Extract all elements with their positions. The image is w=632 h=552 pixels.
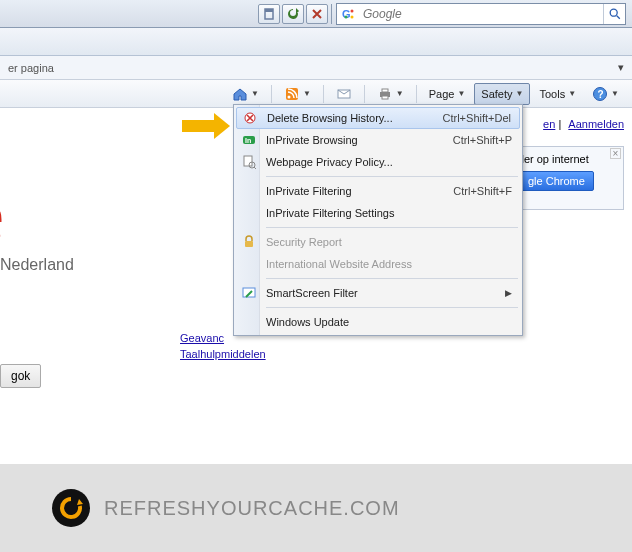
readmail-button[interactable]: [329, 83, 359, 105]
chevron-down-icon: ▼: [611, 89, 619, 98]
chrome-promo: × ller op internet gle Chrome: [512, 146, 624, 210]
svg-point-7: [610, 9, 617, 16]
favorites-bar: er pagina ▾: [0, 56, 632, 80]
compat-view-button[interactable]: [258, 4, 280, 24]
refresh-logo-icon: [52, 489, 90, 527]
svg-point-5: [351, 15, 354, 18]
search-box[interactable]: G: [336, 3, 626, 25]
watermark-footer: REFRESHYOURCACHE.COM: [0, 464, 632, 552]
address-toolbar: G: [0, 0, 632, 28]
safety-label: Safety: [481, 88, 512, 100]
search-go-button[interactable]: [603, 4, 625, 24]
promo-text: ller op internet: [519, 153, 617, 165]
submenu-arrow-icon: ▶: [505, 288, 512, 298]
chrome-download-button[interactable]: gle Chrome: [519, 171, 594, 191]
svg-rect-13: [382, 96, 388, 99]
google-logo: e: [0, 174, 4, 257]
chevron-down-icon: ▼: [568, 89, 576, 98]
home-button[interactable]: ▼: [225, 83, 266, 105]
help-button[interactable]: ? ▼: [585, 83, 626, 105]
svg-rect-21: [245, 241, 253, 247]
svg-point-6: [345, 15, 348, 18]
feeds-button[interactable]: ▼: [277, 83, 318, 105]
chevron-down-icon: ▼: [396, 89, 404, 98]
print-button[interactable]: ▼: [370, 83, 411, 105]
page-menu-button[interactable]: Page ▼: [422, 83, 473, 105]
delete-history-icon: [239, 108, 261, 128]
svg-point-4: [351, 9, 354, 12]
privacy-policy-icon: [238, 152, 260, 172]
svg-text:In: In: [245, 137, 251, 144]
page-label: Page: [429, 88, 455, 100]
close-icon[interactable]: ×: [610, 148, 621, 159]
svg-rect-1: [265, 9, 273, 12]
menu-privacy-policy[interactable]: Webpage Privacy Policy...: [236, 151, 520, 173]
inprivate-icon: In: [238, 130, 260, 150]
tools-label: Tools: [539, 88, 565, 100]
safety-dropdown-menu: Delete Browsing History... Ctrl+Shift+De…: [233, 104, 523, 336]
favorites-label: er pagina: [4, 62, 614, 74]
lucky-button[interactable]: gok: [0, 364, 41, 388]
menu-inprivate-browsing[interactable]: In InPrivate Browsing Ctrl+Shift+P: [236, 129, 520, 151]
menu-smartscreen[interactable]: SmartScreen Filter ▶: [236, 282, 520, 304]
menu-inprivate-filtering[interactable]: InPrivate Filtering Ctrl+Shift+F: [236, 180, 520, 202]
menu-inprivate-filtering-settings[interactable]: InPrivate Filtering Settings: [236, 202, 520, 224]
svg-rect-12: [382, 89, 388, 92]
chevron-down-icon: ▼: [251, 89, 259, 98]
menu-delete-history[interactable]: Delete Browsing History... Ctrl+Shift+De…: [236, 107, 520, 129]
menu-windows-update[interactable]: Windows Update: [236, 311, 520, 333]
link-taalhulp[interactable]: Taalhulpmiddelen: [180, 346, 266, 362]
tab-strip: [0, 28, 632, 56]
google-favicon: G: [341, 6, 357, 22]
stop-button[interactable]: [306, 4, 328, 24]
svg-text:?: ?: [598, 89, 604, 100]
smartscreen-icon: [238, 283, 260, 303]
tools-menu-button[interactable]: Tools ▼: [532, 83, 583, 105]
safety-menu-button[interactable]: Safety ▼: [474, 83, 530, 105]
favorites-dropdown[interactable]: ▾: [614, 61, 628, 75]
search-input[interactable]: [361, 7, 603, 21]
menu-security-report: Security Report: [236, 231, 520, 253]
chevron-down-icon: ▼: [516, 89, 524, 98]
refresh-button[interactable]: [282, 4, 304, 24]
link-aanmelden[interactable]: Aanmelden: [568, 118, 624, 130]
link-instellingen[interactable]: en: [543, 118, 555, 130]
svg-rect-22: [243, 288, 255, 297]
google-top-links: en | Aanmelden: [539, 118, 624, 130]
svg-rect-19: [244, 156, 252, 166]
watermark-text: REFRESHYOURCACHE.COM: [104, 497, 400, 520]
chevron-down-icon: ▼: [457, 89, 465, 98]
menu-intl-address: International Website Address: [236, 253, 520, 275]
lock-icon: [238, 232, 260, 252]
google-country-label: Nederland: [0, 256, 74, 274]
svg-point-9: [287, 95, 290, 98]
chevron-down-icon: ▼: [303, 89, 311, 98]
